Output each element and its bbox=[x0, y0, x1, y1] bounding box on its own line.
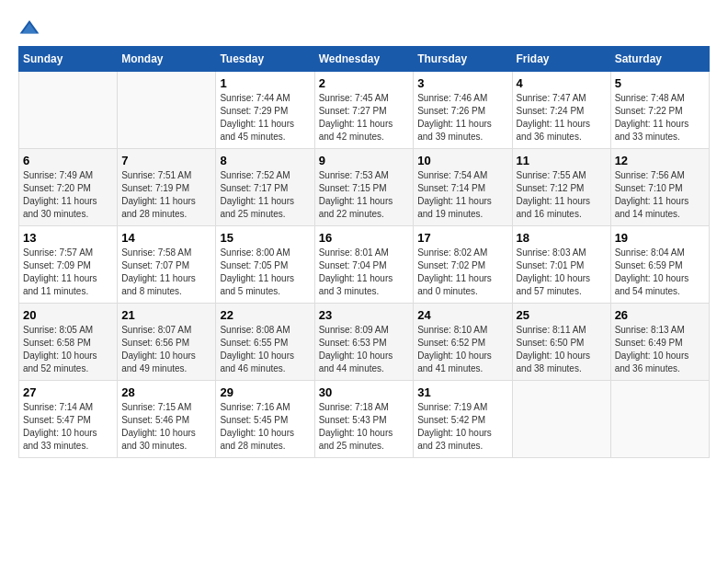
day-info: Sunrise: 8:11 AMSunset: 6:50 PMDaylight:… bbox=[517, 324, 607, 375]
day-info: Sunrise: 8:08 AMSunset: 6:55 PMDaylight:… bbox=[220, 324, 310, 375]
day-number: 8 bbox=[220, 154, 310, 167]
day-header-thursday: Thursday bbox=[414, 47, 512, 72]
calendar-cell: 8Sunrise: 7:52 AMSunset: 7:17 PMDaylight… bbox=[216, 149, 314, 226]
day-info: Sunrise: 8:01 AMSunset: 7:04 PMDaylight:… bbox=[319, 247, 410, 298]
calendar-cell bbox=[512, 381, 610, 458]
day-info: Sunrise: 8:09 AMSunset: 6:53 PMDaylight:… bbox=[319, 324, 410, 375]
day-info: Sunrise: 7:51 AMSunset: 7:19 PMDaylight:… bbox=[121, 169, 211, 221]
day-number: 3 bbox=[417, 76, 507, 90]
day-number: 31 bbox=[417, 385, 507, 399]
day-number: 10 bbox=[417, 154, 507, 167]
day-header-monday: Monday bbox=[118, 47, 216, 72]
day-info: Sunrise: 7:47 AMSunset: 7:24 PMDaylight:… bbox=[517, 92, 607, 144]
calendar-cell: 11Sunrise: 7:55 AMSunset: 7:12 PMDayligh… bbox=[512, 149, 610, 226]
calendar-cell: 26Sunrise: 8:13 AMSunset: 6:49 PMDayligh… bbox=[610, 304, 709, 381]
day-info: Sunrise: 7:53 AMSunset: 7:15 PMDaylight:… bbox=[319, 169, 410, 221]
calendar-cell: 7Sunrise: 7:51 AMSunset: 7:19 PMDaylight… bbox=[118, 149, 216, 226]
day-info: Sunrise: 7:57 AMSunset: 7:09 PMDaylight:… bbox=[23, 247, 113, 298]
day-number: 28 bbox=[121, 385, 211, 399]
day-number: 11 bbox=[517, 154, 607, 167]
calendar-cell: 9Sunrise: 7:53 AMSunset: 7:15 PMDaylight… bbox=[314, 149, 414, 226]
day-number: 17 bbox=[417, 231, 507, 245]
day-info: Sunrise: 7:44 AMSunset: 7:29 PMDaylight:… bbox=[220, 92, 310, 144]
day-info: Sunrise: 7:52 AMSunset: 7:17 PMDaylight:… bbox=[220, 169, 310, 221]
day-info: Sunrise: 7:56 AMSunset: 7:10 PMDaylight:… bbox=[615, 169, 705, 221]
calendar-cell: 10Sunrise: 7:54 AMSunset: 7:14 PMDayligh… bbox=[414, 149, 512, 226]
calendar-cell: 25Sunrise: 8:11 AMSunset: 6:50 PMDayligh… bbox=[512, 304, 610, 381]
calendar-cell: 15Sunrise: 8:00 AMSunset: 7:05 PMDayligh… bbox=[216, 226, 314, 304]
day-info: Sunrise: 7:54 AMSunset: 7:14 PMDaylight:… bbox=[417, 169, 507, 221]
day-number: 21 bbox=[121, 308, 211, 322]
day-info: Sunrise: 7:18 AMSunset: 5:43 PMDaylight:… bbox=[319, 401, 410, 453]
day-info: Sunrise: 8:10 AMSunset: 6:52 PMDaylight:… bbox=[417, 324, 507, 375]
day-number: 19 bbox=[615, 231, 705, 245]
calendar-cell: 18Sunrise: 8:03 AMSunset: 7:01 PMDayligh… bbox=[512, 226, 610, 304]
day-number: 18 bbox=[517, 231, 607, 245]
calendar-week-row: 20Sunrise: 8:05 AMSunset: 6:58 PMDayligh… bbox=[19, 304, 710, 381]
calendar-cell: 16Sunrise: 8:01 AMSunset: 7:04 PMDayligh… bbox=[314, 226, 414, 304]
day-number: 1 bbox=[220, 76, 310, 90]
day-info: Sunrise: 8:13 AMSunset: 6:49 PMDaylight:… bbox=[615, 324, 705, 375]
calendar-cell: 2Sunrise: 7:45 AMSunset: 7:27 PMDaylight… bbox=[314, 72, 414, 149]
logo bbox=[18, 18, 44, 37]
day-info: Sunrise: 8:05 AMSunset: 6:58 PMDaylight:… bbox=[23, 324, 113, 375]
calendar-cell: 22Sunrise: 8:08 AMSunset: 6:55 PMDayligh… bbox=[216, 304, 314, 381]
day-header-friday: Friday bbox=[512, 47, 610, 72]
day-info: Sunrise: 8:07 AMSunset: 6:56 PMDaylight:… bbox=[121, 324, 211, 375]
calendar-cell: 6Sunrise: 7:49 AMSunset: 7:20 PMDaylight… bbox=[19, 149, 118, 226]
calendar-cell: 20Sunrise: 8:05 AMSunset: 6:58 PMDayligh… bbox=[19, 304, 118, 381]
calendar-cell: 19Sunrise: 8:04 AMSunset: 6:59 PMDayligh… bbox=[610, 226, 709, 304]
calendar-week-row: 1Sunrise: 7:44 AMSunset: 7:29 PMDaylight… bbox=[19, 72, 710, 149]
day-number: 12 bbox=[615, 154, 705, 167]
header bbox=[18, 18, 710, 37]
day-number: 6 bbox=[23, 154, 113, 167]
day-info: Sunrise: 8:00 AMSunset: 7:05 PMDaylight:… bbox=[220, 247, 310, 298]
day-number: 2 bbox=[319, 76, 410, 90]
day-number: 13 bbox=[23, 231, 113, 245]
calendar-cell: 13Sunrise: 7:57 AMSunset: 7:09 PMDayligh… bbox=[19, 226, 118, 304]
day-info: Sunrise: 7:45 AMSunset: 7:27 PMDaylight:… bbox=[319, 92, 410, 144]
day-number: 26 bbox=[615, 308, 705, 322]
day-header-sunday: Sunday bbox=[19, 47, 118, 72]
day-number: 15 bbox=[220, 231, 310, 245]
calendar-week-row: 13Sunrise: 7:57 AMSunset: 7:09 PMDayligh… bbox=[19, 226, 710, 304]
day-info: Sunrise: 7:15 AMSunset: 5:46 PMDaylight:… bbox=[121, 401, 211, 453]
day-number: 9 bbox=[319, 154, 410, 167]
day-info: Sunrise: 7:49 AMSunset: 7:20 PMDaylight:… bbox=[23, 169, 113, 221]
calendar-cell: 30Sunrise: 7:18 AMSunset: 5:43 PMDayligh… bbox=[314, 381, 414, 458]
calendar-cell: 31Sunrise: 7:19 AMSunset: 5:42 PMDayligh… bbox=[414, 381, 512, 458]
calendar-cell: 28Sunrise: 7:15 AMSunset: 5:46 PMDayligh… bbox=[118, 381, 216, 458]
calendar-week-row: 6Sunrise: 7:49 AMSunset: 7:20 PMDaylight… bbox=[19, 149, 710, 226]
day-number: 24 bbox=[417, 308, 507, 322]
calendar-cell: 12Sunrise: 7:56 AMSunset: 7:10 PMDayligh… bbox=[610, 149, 709, 226]
day-number: 25 bbox=[517, 308, 607, 322]
day-number: 22 bbox=[220, 308, 310, 322]
day-info: Sunrise: 7:58 AMSunset: 7:07 PMDaylight:… bbox=[121, 247, 211, 298]
day-header-tuesday: Tuesday bbox=[216, 47, 314, 72]
calendar-cell: 27Sunrise: 7:14 AMSunset: 5:47 PMDayligh… bbox=[19, 381, 118, 458]
day-number: 27 bbox=[23, 385, 113, 399]
day-info: Sunrise: 8:02 AMSunset: 7:02 PMDaylight:… bbox=[417, 247, 507, 298]
logo-icon bbox=[18, 18, 40, 37]
calendar-cell: 4Sunrise: 7:47 AMSunset: 7:24 PMDaylight… bbox=[512, 72, 610, 149]
day-info: Sunrise: 8:04 AMSunset: 6:59 PMDaylight:… bbox=[615, 247, 705, 298]
day-number: 29 bbox=[220, 385, 310, 399]
day-header-wednesday: Wednesday bbox=[314, 47, 414, 72]
day-number: 4 bbox=[517, 76, 607, 90]
day-number: 23 bbox=[319, 308, 410, 322]
day-info: Sunrise: 7:19 AMSunset: 5:42 PMDaylight:… bbox=[417, 401, 507, 453]
day-number: 14 bbox=[121, 231, 211, 245]
calendar-cell: 5Sunrise: 7:48 AMSunset: 7:22 PMDaylight… bbox=[610, 72, 709, 149]
calendar-cell: 3Sunrise: 7:46 AMSunset: 7:26 PMDaylight… bbox=[414, 72, 512, 149]
calendar-cell: 29Sunrise: 7:16 AMSunset: 5:45 PMDayligh… bbox=[216, 381, 314, 458]
calendar-cell bbox=[610, 381, 709, 458]
calendar-cell: 17Sunrise: 8:02 AMSunset: 7:02 PMDayligh… bbox=[414, 226, 512, 304]
day-number: 30 bbox=[319, 385, 410, 399]
day-number: 20 bbox=[23, 308, 113, 322]
calendar-cell: 21Sunrise: 8:07 AMSunset: 6:56 PMDayligh… bbox=[118, 304, 216, 381]
calendar-cell bbox=[118, 72, 216, 149]
day-info: Sunrise: 7:16 AMSunset: 5:45 PMDaylight:… bbox=[220, 401, 310, 453]
day-info: Sunrise: 7:55 AMSunset: 7:12 PMDaylight:… bbox=[517, 169, 607, 221]
day-header-saturday: Saturday bbox=[610, 47, 709, 72]
day-info: Sunrise: 7:14 AMSunset: 5:47 PMDaylight:… bbox=[23, 401, 113, 453]
